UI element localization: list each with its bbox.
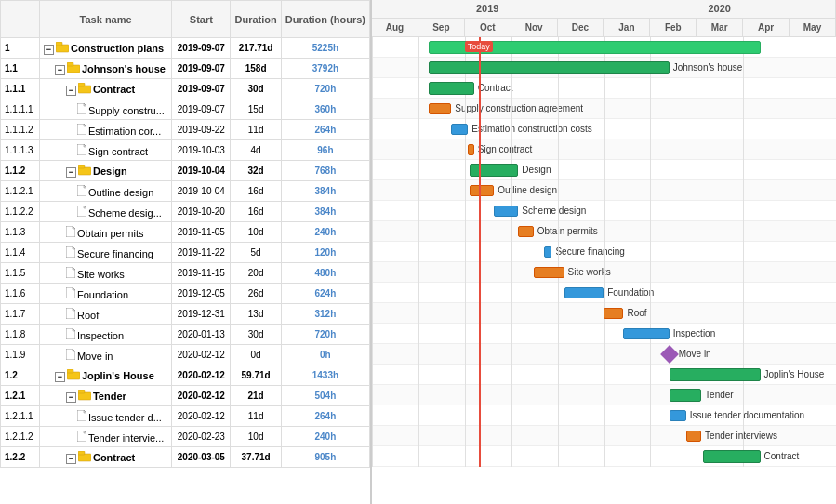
bar-label: Sign contract <box>478 144 532 154</box>
cell-duration: 59.71d <box>231 365 281 386</box>
task-name: Inspection <box>77 330 124 341</box>
table-row: 1.1.1.3 Sign contract2019-10-034d96h <box>1 140 370 161</box>
group-bar <box>429 61 670 74</box>
cell-duration: 13d <box>231 304 281 325</box>
cell-start: 2020-02-12 <box>172 345 231 365</box>
doc-icon <box>66 226 75 239</box>
gantt-month-label: May <box>790 19 836 36</box>
cell-hours: 480h <box>281 263 369 284</box>
task-bar <box>518 226 533 237</box>
bar-label: Design <box>522 165 551 175</box>
cell-name: Scheme desig... <box>39 202 171 222</box>
gantt-month-label: Jan <box>604 19 650 36</box>
cell-duration: 10d <box>231 222 281 243</box>
cell-id: 1.1.4 <box>1 243 40 263</box>
task-bar <box>429 103 452 114</box>
cell-name: − Construction plans <box>39 38 171 59</box>
cell-hours: 384h <box>281 181 369 202</box>
task-name: Secure financing <box>77 248 153 259</box>
svg-marker-21 <box>73 246 75 249</box>
bar-label: Tender <box>705 390 734 400</box>
bar-label: Scheme design <box>522 206 586 216</box>
expand-icon[interactable]: − <box>66 167 76 178</box>
table-row: 1.1.7 Roof2019-12-3113d312h <box>1 304 370 325</box>
cell-id: 1.1.8 <box>1 325 40 345</box>
bar-label: Johnson's house <box>673 62 743 73</box>
cell-start: 2019-11-05 <box>172 222 231 243</box>
folder-icon <box>56 42 69 53</box>
svg-rect-33 <box>67 369 73 373</box>
col-header-duration-hours: Duration (hours) <box>281 1 369 38</box>
svg-rect-35 <box>78 390 85 393</box>
task-name: Johnson's house <box>82 63 166 74</box>
cell-start: 2020-01-13 <box>172 325 231 345</box>
table-row: 1.2− Joplin's House2020-02-1259.71d1433h <box>1 365 370 386</box>
group-bar <box>670 389 701 402</box>
cell-name: Estimation cor... <box>39 120 171 140</box>
col-header-start: Start <box>172 1 231 38</box>
cell-start: 2019-11-15 <box>172 263 231 284</box>
cell-hours: 264h <box>281 120 369 140</box>
gantt-year-label: 2020 <box>604 0 837 18</box>
cell-start: 2019-10-20 <box>172 202 231 222</box>
table-row: 1.1.9 Move in2020-02-120d0h <box>1 345 370 365</box>
expand-icon[interactable]: − <box>44 45 54 55</box>
cell-hours: 1433h <box>281 365 369 386</box>
gantt-month-label: Sep <box>418 19 465 36</box>
doc-icon <box>66 308 75 321</box>
col-header-name: Task name <box>39 1 171 38</box>
cell-name: − Johnson's house <box>39 59 171 79</box>
cell-hours: 624h <box>281 284 369 304</box>
cell-start: 2020-02-23 <box>172 427 231 447</box>
expand-icon[interactable]: − <box>66 86 76 96</box>
cell-id: 1.2.1.2 <box>1 427 40 447</box>
doc-icon <box>77 103 86 116</box>
task-name: Scheme desig... <box>88 207 162 219</box>
cell-id: 1.1.1 <box>1 79 40 99</box>
doc-icon <box>66 287 75 300</box>
task-name: Construction plans <box>71 43 164 54</box>
cell-name: Tender intervie... <box>39 427 171 447</box>
cell-duration: 20d <box>231 263 281 284</box>
cell-start: 2019-09-07 <box>172 38 231 59</box>
expand-icon[interactable]: − <box>55 65 65 75</box>
cell-duration: 26d <box>231 284 281 304</box>
cell-hours: 0h <box>281 345 369 365</box>
task-bar <box>686 431 701 442</box>
doc-icon <box>77 410 86 423</box>
gantt-month-row: AugSepOctNovDecJanFebMarAprMay <box>372 19 836 36</box>
cell-start: 2019-10-04 <box>172 161 231 181</box>
svg-marker-39 <box>84 431 86 433</box>
cell-id: 1.1.7 <box>1 304 40 325</box>
gantt-month-label: Dec <box>558 19 604 36</box>
task-name: Joplin's House <box>82 370 154 381</box>
cell-id: 1.1.2.1 <box>1 181 40 202</box>
expand-icon[interactable]: − <box>66 392 76 403</box>
col-header-id <box>1 1 40 38</box>
grid-line <box>465 37 466 467</box>
task-bar <box>468 144 474 155</box>
cell-id: 1.1 <box>1 59 40 79</box>
gantt-header: 20192020 AugSepOctNovDecJanFebMarAprMay <box>372 0 836 37</box>
folder-icon <box>67 62 80 73</box>
svg-marker-15 <box>84 185 86 188</box>
task-bar <box>564 287 604 298</box>
svg-rect-41 <box>78 451 85 455</box>
doc-icon <box>66 349 75 362</box>
cell-hours: 504h <box>281 386 369 406</box>
table-row: 1.1.5 Site works2019-11-1520d480h <box>1 263 370 284</box>
cell-hours: 720h <box>281 325 369 345</box>
cell-duration: 37.71d <box>231 447 281 468</box>
cell-id: 1.2 <box>1 365 40 386</box>
doc-icon <box>77 144 86 157</box>
table-row: 1.1.6 Foundation2019-12-0526d624h <box>1 284 370 304</box>
task-bar <box>623 328 669 339</box>
cell-duration: 217.71d <box>231 38 281 59</box>
cell-duration: 11d <box>231 406 281 427</box>
svg-marker-31 <box>73 349 75 351</box>
bar-label: Contract <box>764 451 800 461</box>
cell-name: Issue tender d... <box>39 406 171 427</box>
expand-icon[interactable]: − <box>55 372 65 382</box>
expand-icon[interactable]: − <box>66 454 76 464</box>
cell-id: 1.1.2.2 <box>1 202 40 222</box>
